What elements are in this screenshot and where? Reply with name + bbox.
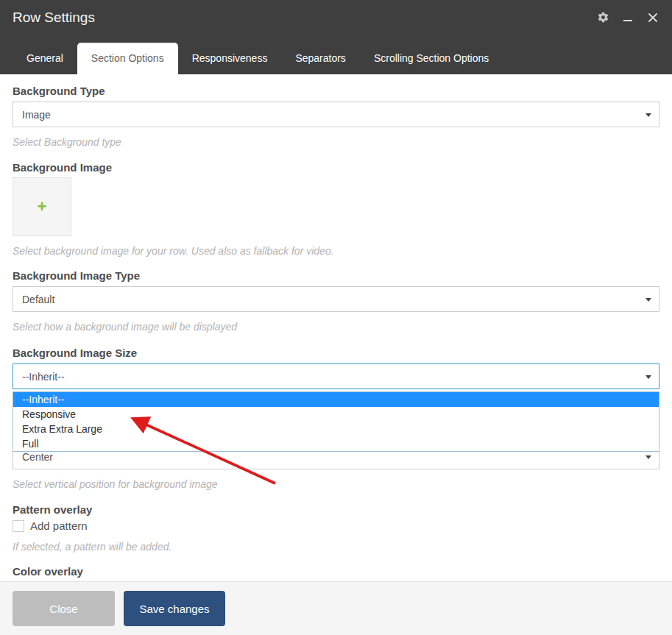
background-image-type-select[interactable]: Default [13, 286, 659, 312]
background-image-type-help: Select how a background image will be di… [13, 321, 659, 333]
background-type-group: Background Type Image Select Background … [13, 85, 659, 148]
background-type-value: Image [22, 109, 51, 121]
background-type-select[interactable]: Image [13, 102, 659, 127]
background-image-type-group: Background Image Type Default Select how… [13, 269, 659, 333]
background-image-size-dropdown: --Inherit-- Responsive Extra Extra Large… [13, 391, 659, 452]
add-pattern-checkbox[interactable] [13, 520, 24, 532]
pattern-overlay-help: If selected, a pattern will be added. [13, 541, 659, 553]
background-image-size-group: Background Image Size --Inherit-- --Inhe… [13, 347, 659, 389]
background-vertical-position-help: Select vertical position for background … [13, 478, 659, 490]
dropdown-option-extra-extra-large[interactable]: Extra Extra Large [13, 422, 659, 436]
settings-gear-icon[interactable] [596, 11, 609, 24]
chevron-down-icon [646, 375, 651, 379]
background-image-label: Background Image [13, 161, 659, 174]
tab-separators[interactable]: Separators [281, 43, 359, 74]
row-settings-dialog: Row Settings General Section Options Res… [0, 0, 672, 635]
pattern-overlay-group: Pattern overlay Add pattern If selected,… [13, 503, 659, 553]
tab-scrolling-section-options[interactable]: Scrolling Section Options [360, 43, 503, 74]
close-icon[interactable] [646, 11, 659, 24]
tab-responsiveness[interactable]: Responsiveness [178, 43, 282, 74]
background-image-type-label: Background Image Type [13, 269, 659, 282]
dialog-body: Background Type Image Select Background … [0, 74, 672, 608]
background-vertical-position-value: Center [22, 451, 53, 463]
dropdown-option-full[interactable]: Full [13, 436, 659, 451]
dropdown-option-responsive[interactable]: Responsive [13, 407, 659, 422]
background-image-size-value: --Inherit-- [22, 371, 65, 383]
chevron-down-icon [646, 113, 651, 117]
background-image-size-select[interactable]: --Inherit-- [13, 363, 659, 389]
add-pattern-checkbox-label[interactable]: Add pattern [30, 519, 88, 532]
background-image-help: Select background image for your row. Us… [13, 245, 659, 257]
pattern-overlay-label: Pattern overlay [13, 503, 659, 516]
background-image-type-value: Default [22, 294, 54, 305]
close-button[interactable]: Close [13, 591, 115, 626]
chevron-down-icon [646, 455, 651, 459]
dialog-title: Row Settings [13, 10, 95, 26]
dialog-tabs: General Section Options Responsiveness S… [0, 35, 672, 74]
color-overlay-label: Color overlay [13, 565, 659, 578]
add-image-plus-icon: + [38, 199, 47, 215]
tab-section-options[interactable]: Section Options [77, 43, 178, 74]
dropdown-option-inherit[interactable]: --Inherit-- [13, 392, 659, 407]
dialog-footer: Close Save changes [0, 581, 672, 635]
background-image-size-label: Background Image Size [13, 347, 659, 359]
minimize-icon[interactable] [621, 11, 634, 24]
save-changes-button[interactable]: Save changes [124, 591, 225, 626]
chevron-down-icon [646, 298, 651, 302]
tab-general[interactable]: General [13, 43, 77, 74]
background-type-help: Select Background type [13, 136, 659, 148]
background-image-upload-button[interactable]: + [13, 177, 71, 236]
dialog-titlebar: Row Settings [0, 0, 672, 35]
background-image-group: Background Image + Select background ima… [13, 161, 659, 257]
background-type-label: Background Type [13, 85, 659, 97]
